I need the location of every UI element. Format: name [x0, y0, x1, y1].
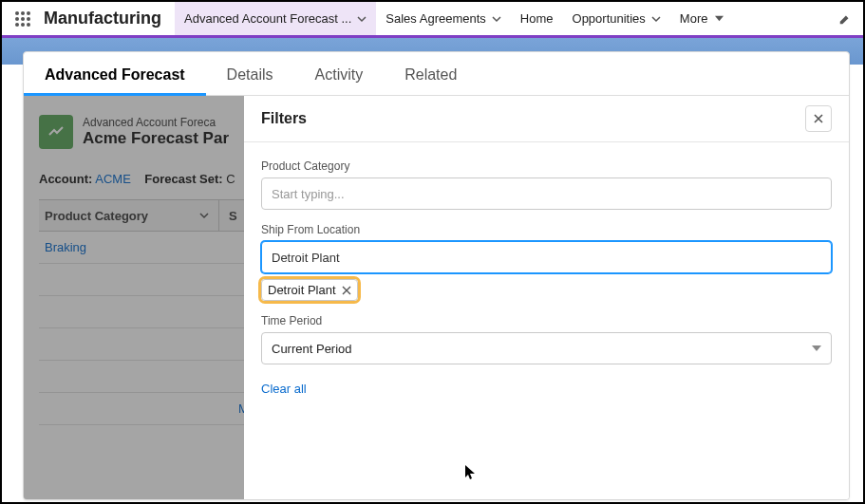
global-header: Manufacturing Advanced Account Forecast …: [2, 2, 863, 38]
scrim: [24, 96, 244, 499]
edit-nav-icon[interactable]: [838, 12, 852, 26]
label-time-period: Time Period: [261, 314, 832, 327]
label-ship-from: Ship From Location: [261, 223, 832, 236]
tab-advanced-forecast[interactable]: Advanced Forecast: [24, 66, 206, 95]
close-icon: [813, 113, 824, 124]
select-value: Current Period: [272, 342, 352, 356]
clear-all-link[interactable]: Clear all: [261, 382, 307, 396]
filters-body: Product Category Ship From Location Detr…: [244, 142, 849, 407]
pill-label: Detroit Plant: [268, 283, 336, 297]
nav-home[interactable]: Home: [511, 2, 563, 35]
chevron-down-icon: [651, 14, 661, 24]
nav-advanced-account-forecast[interactable]: Advanced Account Forecast ...: [175, 2, 376, 35]
nav-label: Home: [520, 11, 554, 26]
app-launcher-icon[interactable]: [8, 10, 38, 28]
nav-label: More: [680, 11, 708, 26]
ship-from-input[interactable]: [261, 241, 832, 273]
caret-down-icon: [715, 14, 724, 23]
app-name: Manufacturing: [44, 9, 161, 28]
label-product-category: Product Category: [261, 159, 832, 173]
nav-label: Opportunities: [573, 11, 646, 26]
close-button[interactable]: [805, 105, 832, 132]
nav-more[interactable]: More: [670, 2, 734, 35]
nav-label: Advanced Account Forecast ...: [184, 11, 351, 26]
filters-header: Filters: [244, 96, 849, 142]
nav-opportunities[interactable]: Opportunities: [563, 2, 670, 35]
filters-panel: Filters Product Category Ship From Locat…: [244, 96, 849, 499]
chevron-down-icon: [357, 14, 367, 24]
filters-title: Filters: [261, 110, 307, 127]
caret-down-icon: [812, 344, 821, 353]
ship-from-pill[interactable]: Detroit Plant: [261, 279, 358, 301]
nav-sales-agreements[interactable]: Sales Agreements: [376, 2, 511, 35]
page-card: Advanced Forecast Details Activity Relat…: [23, 51, 850, 500]
tab-activity[interactable]: Activity: [294, 66, 385, 95]
top-nav: Advanced Account Forecast ... Sales Agre…: [175, 2, 733, 35]
pill-remove-icon[interactable]: [342, 286, 351, 295]
nav-label: Sales Agreements: [385, 11, 486, 26]
chevron-down-icon: [492, 14, 501, 24]
product-category-input[interactable]: [261, 177, 832, 210]
tab-details[interactable]: Details: [206, 66, 294, 95]
tab-related[interactable]: Related: [384, 66, 478, 95]
time-period-select[interactable]: Current Period: [261, 332, 832, 364]
record-tabs: Advanced Forecast Details Activity Relat…: [24, 52, 849, 96]
tab-content: Advanced Account Foreca Acme Forecast Pa…: [24, 96, 849, 499]
